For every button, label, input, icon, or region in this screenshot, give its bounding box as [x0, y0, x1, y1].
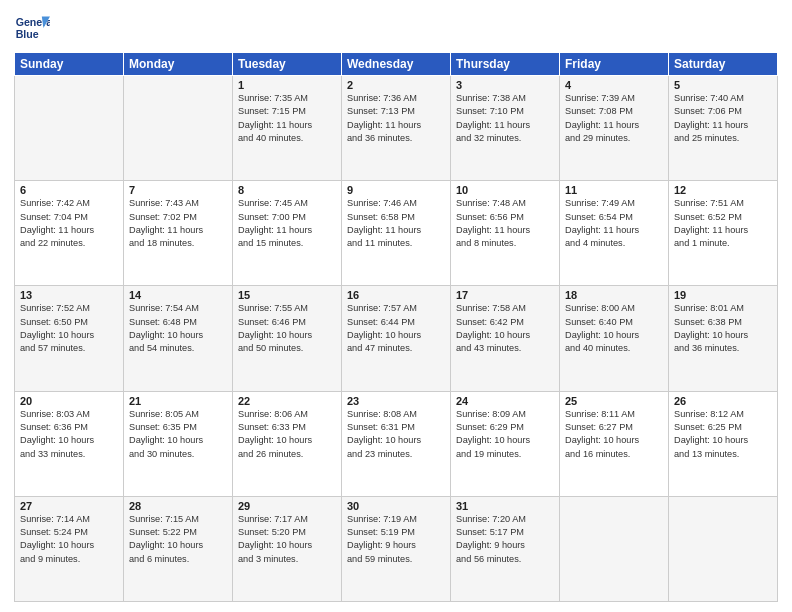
calendar-cell: [124, 76, 233, 181]
logo: General Blue: [14, 10, 50, 46]
day-info: Sunrise: 8:12 AM Sunset: 6:25 PM Dayligh…: [674, 408, 772, 461]
calendar-cell: 13Sunrise: 7:52 AM Sunset: 6:50 PM Dayli…: [15, 286, 124, 391]
calendar-cell: 6Sunrise: 7:42 AM Sunset: 7:04 PM Daylig…: [15, 181, 124, 286]
day-info: Sunrise: 7:42 AM Sunset: 7:04 PM Dayligh…: [20, 197, 118, 250]
day-number: 25: [565, 395, 663, 407]
calendar-cell: 26Sunrise: 8:12 AM Sunset: 6:25 PM Dayli…: [669, 391, 778, 496]
calendar-cell: 16Sunrise: 7:57 AM Sunset: 6:44 PM Dayli…: [342, 286, 451, 391]
day-number: 1: [238, 79, 336, 91]
calendar-cell: 27Sunrise: 7:14 AM Sunset: 5:24 PM Dayli…: [15, 496, 124, 601]
day-number: 4: [565, 79, 663, 91]
day-number: 17: [456, 289, 554, 301]
day-number: 26: [674, 395, 772, 407]
day-info: Sunrise: 7:38 AM Sunset: 7:10 PM Dayligh…: [456, 92, 554, 145]
day-info: Sunrise: 8:05 AM Sunset: 6:35 PM Dayligh…: [129, 408, 227, 461]
calendar-cell: 14Sunrise: 7:54 AM Sunset: 6:48 PM Dayli…: [124, 286, 233, 391]
calendar-cell: [560, 496, 669, 601]
day-number: 23: [347, 395, 445, 407]
day-number: 10: [456, 184, 554, 196]
week-row-2: 6Sunrise: 7:42 AM Sunset: 7:04 PM Daylig…: [15, 181, 778, 286]
day-number: 16: [347, 289, 445, 301]
calendar-cell: 8Sunrise: 7:45 AM Sunset: 7:00 PM Daylig…: [233, 181, 342, 286]
calendar-cell: 24Sunrise: 8:09 AM Sunset: 6:29 PM Dayli…: [451, 391, 560, 496]
calendar-cell: 23Sunrise: 8:08 AM Sunset: 6:31 PM Dayli…: [342, 391, 451, 496]
svg-text:Blue: Blue: [16, 28, 39, 40]
day-info: Sunrise: 7:57 AM Sunset: 6:44 PM Dayligh…: [347, 302, 445, 355]
week-row-4: 20Sunrise: 8:03 AM Sunset: 6:36 PM Dayli…: [15, 391, 778, 496]
day-info: Sunrise: 7:58 AM Sunset: 6:42 PM Dayligh…: [456, 302, 554, 355]
week-row-3: 13Sunrise: 7:52 AM Sunset: 6:50 PM Dayli…: [15, 286, 778, 391]
calendar-cell: 2Sunrise: 7:36 AM Sunset: 7:13 PM Daylig…: [342, 76, 451, 181]
weekday-header-thursday: Thursday: [451, 53, 560, 76]
day-number: 5: [674, 79, 772, 91]
weekday-header-tuesday: Tuesday: [233, 53, 342, 76]
day-info: Sunrise: 7:35 AM Sunset: 7:15 PM Dayligh…: [238, 92, 336, 145]
weekday-header-monday: Monday: [124, 53, 233, 76]
calendar-cell: 3Sunrise: 7:38 AM Sunset: 7:10 PM Daylig…: [451, 76, 560, 181]
day-info: Sunrise: 7:55 AM Sunset: 6:46 PM Dayligh…: [238, 302, 336, 355]
day-info: Sunrise: 7:52 AM Sunset: 6:50 PM Dayligh…: [20, 302, 118, 355]
day-info: Sunrise: 7:51 AM Sunset: 6:52 PM Dayligh…: [674, 197, 772, 250]
day-info: Sunrise: 7:45 AM Sunset: 7:00 PM Dayligh…: [238, 197, 336, 250]
day-number: 21: [129, 395, 227, 407]
day-number: 31: [456, 500, 554, 512]
calendar-cell: 30Sunrise: 7:19 AM Sunset: 5:19 PM Dayli…: [342, 496, 451, 601]
day-info: Sunrise: 7:19 AM Sunset: 5:19 PM Dayligh…: [347, 513, 445, 566]
day-info: Sunrise: 8:01 AM Sunset: 6:38 PM Dayligh…: [674, 302, 772, 355]
calendar-cell: 10Sunrise: 7:48 AM Sunset: 6:56 PM Dayli…: [451, 181, 560, 286]
day-number: 18: [565, 289, 663, 301]
day-number: 9: [347, 184, 445, 196]
calendar-cell: 22Sunrise: 8:06 AM Sunset: 6:33 PM Dayli…: [233, 391, 342, 496]
calendar-table: SundayMondayTuesdayWednesdayThursdayFrid…: [14, 52, 778, 602]
calendar-cell: 21Sunrise: 8:05 AM Sunset: 6:35 PM Dayli…: [124, 391, 233, 496]
day-number: 12: [674, 184, 772, 196]
day-info: Sunrise: 8:00 AM Sunset: 6:40 PM Dayligh…: [565, 302, 663, 355]
weekday-header-friday: Friday: [560, 53, 669, 76]
calendar-cell: 11Sunrise: 7:49 AM Sunset: 6:54 PM Dayli…: [560, 181, 669, 286]
day-number: 3: [456, 79, 554, 91]
weekday-header-sunday: Sunday: [15, 53, 124, 76]
weekday-header-saturday: Saturday: [669, 53, 778, 76]
day-info: Sunrise: 7:43 AM Sunset: 7:02 PM Dayligh…: [129, 197, 227, 250]
day-number: 29: [238, 500, 336, 512]
day-number: 22: [238, 395, 336, 407]
weekday-header-row: SundayMondayTuesdayWednesdayThursdayFrid…: [15, 53, 778, 76]
day-number: 27: [20, 500, 118, 512]
day-info: Sunrise: 7:48 AM Sunset: 6:56 PM Dayligh…: [456, 197, 554, 250]
day-number: 7: [129, 184, 227, 196]
calendar-cell: [669, 496, 778, 601]
calendar-cell: 12Sunrise: 7:51 AM Sunset: 6:52 PM Dayli…: [669, 181, 778, 286]
day-number: 14: [129, 289, 227, 301]
calendar-cell: 17Sunrise: 7:58 AM Sunset: 6:42 PM Dayli…: [451, 286, 560, 391]
day-info: Sunrise: 7:39 AM Sunset: 7:08 PM Dayligh…: [565, 92, 663, 145]
calendar-cell: 28Sunrise: 7:15 AM Sunset: 5:22 PM Dayli…: [124, 496, 233, 601]
day-number: 19: [674, 289, 772, 301]
week-row-1: 1Sunrise: 7:35 AM Sunset: 7:15 PM Daylig…: [15, 76, 778, 181]
day-info: Sunrise: 7:15 AM Sunset: 5:22 PM Dayligh…: [129, 513, 227, 566]
calendar-cell: 1Sunrise: 7:35 AM Sunset: 7:15 PM Daylig…: [233, 76, 342, 181]
calendar-cell: [15, 76, 124, 181]
calendar-cell: 19Sunrise: 8:01 AM Sunset: 6:38 PM Dayli…: [669, 286, 778, 391]
day-number: 28: [129, 500, 227, 512]
calendar-cell: 9Sunrise: 7:46 AM Sunset: 6:58 PM Daylig…: [342, 181, 451, 286]
day-number: 6: [20, 184, 118, 196]
day-info: Sunrise: 7:14 AM Sunset: 5:24 PM Dayligh…: [20, 513, 118, 566]
calendar-cell: 18Sunrise: 8:00 AM Sunset: 6:40 PM Dayli…: [560, 286, 669, 391]
calendar-cell: 15Sunrise: 7:55 AM Sunset: 6:46 PM Dayli…: [233, 286, 342, 391]
day-info: Sunrise: 7:54 AM Sunset: 6:48 PM Dayligh…: [129, 302, 227, 355]
day-number: 30: [347, 500, 445, 512]
day-info: Sunrise: 8:09 AM Sunset: 6:29 PM Dayligh…: [456, 408, 554, 461]
day-number: 24: [456, 395, 554, 407]
day-number: 11: [565, 184, 663, 196]
calendar-cell: 4Sunrise: 7:39 AM Sunset: 7:08 PM Daylig…: [560, 76, 669, 181]
week-row-5: 27Sunrise: 7:14 AM Sunset: 5:24 PM Dayli…: [15, 496, 778, 601]
calendar-cell: 25Sunrise: 8:11 AM Sunset: 6:27 PM Dayli…: [560, 391, 669, 496]
day-number: 8: [238, 184, 336, 196]
day-info: Sunrise: 8:03 AM Sunset: 6:36 PM Dayligh…: [20, 408, 118, 461]
day-info: Sunrise: 7:17 AM Sunset: 5:20 PM Dayligh…: [238, 513, 336, 566]
day-number: 13: [20, 289, 118, 301]
page: General Blue SundayMondayTuesdayWednesda…: [0, 0, 792, 612]
day-info: Sunrise: 8:11 AM Sunset: 6:27 PM Dayligh…: [565, 408, 663, 461]
day-info: Sunrise: 7:46 AM Sunset: 6:58 PM Dayligh…: [347, 197, 445, 250]
day-info: Sunrise: 7:20 AM Sunset: 5:17 PM Dayligh…: [456, 513, 554, 566]
